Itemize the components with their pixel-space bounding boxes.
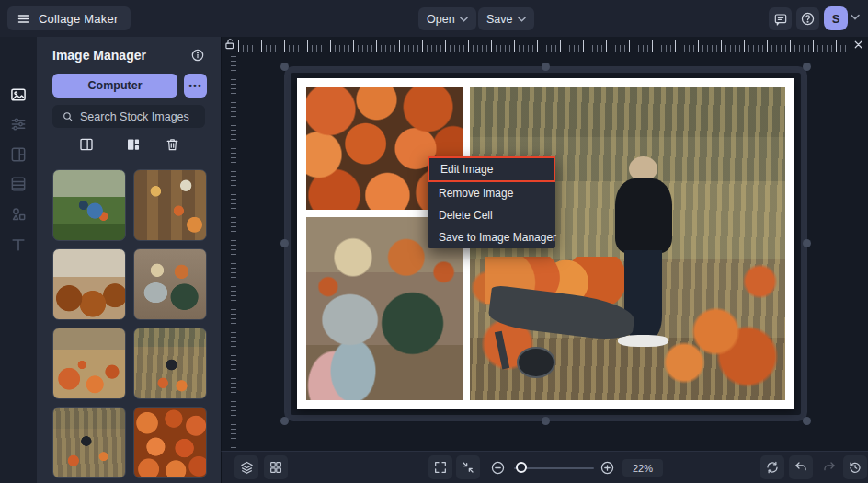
resize-handle-mid-right[interactable] <box>803 239 811 247</box>
thumbnail-pumpkins-crates[interactable] <box>133 169 207 241</box>
thumbnail-pumpkin-field[interactable] <box>52 328 126 399</box>
close-rulers-icon[interactable] <box>852 39 865 52</box>
thumbnail-grid <box>52 169 207 478</box>
resize-handle-top-left[interactable] <box>280 63 289 71</box>
app-menu[interactable]: Collage Maker <box>7 6 131 30</box>
resize-handle-mid-left[interactable] <box>280 239 289 247</box>
fullscreen-icon <box>433 460 448 475</box>
sidebar-item-layouts[interactable] <box>7 144 29 166</box>
open-button-label: Open <box>427 13 455 26</box>
history-button[interactable] <box>843 455 867 479</box>
ruler-lock-icon[interactable] <box>223 38 237 52</box>
zoom-level-value: 22% <box>633 463 653 474</box>
photo-wheelbarrow-wheel <box>517 347 554 378</box>
layers-icon <box>239 460 255 476</box>
context-menu: Edit Image Remove Image Delete Cell Save… <box>428 156 555 248</box>
masonry-view-layout-button[interactable] <box>125 136 142 153</box>
help-button[interactable] <box>796 7 819 30</box>
avatar-initial: S <box>832 12 840 26</box>
grid-icon <box>268 460 283 475</box>
refresh-icon <box>765 460 780 475</box>
undo-icon <box>794 460 808 475</box>
delete-images-button[interactable] <box>165 136 181 153</box>
chat-icon <box>773 12 788 27</box>
resize-handle-bottom-right[interactable] <box>803 417 811 425</box>
account-chevron-down-icon[interactable] <box>851 14 860 20</box>
thumbnail-tractor-cornfield[interactable] <box>52 169 126 241</box>
help-icon <box>800 11 816 27</box>
plus-circle-icon <box>600 460 615 476</box>
search-icon <box>62 110 74 122</box>
sliders-icon <box>9 115 28 133</box>
vertical-ruler[interactable] <box>223 52 236 451</box>
feedback-button[interactable] <box>769 7 792 30</box>
avatar[interactable]: S <box>824 6 848 30</box>
sidebar-item-templates[interactable] <box>7 173 29 195</box>
grid-view-button[interactable] <box>264 455 288 479</box>
history-icon <box>848 460 862 475</box>
undo-button[interactable] <box>789 455 813 479</box>
layers-button[interactable] <box>234 455 258 479</box>
thumbnail-caramel-apples[interactable] <box>52 248 126 320</box>
save-button-label: Save <box>486 13 513 26</box>
hamburger-icon[interactable] <box>17 12 30 26</box>
trash-icon <box>165 136 180 153</box>
more-sources-button[interactable]: ••• <box>184 74 207 98</box>
resize-handle-top-mid[interactable] <box>542 63 550 71</box>
shapes-icon <box>9 205 28 224</box>
left-icon-rail <box>0 37 37 483</box>
fit-to-screen-button[interactable] <box>456 455 480 479</box>
computer-source-label: Computer <box>87 79 142 92</box>
context-menu-item-save-to-image-manager[interactable]: Save to Image Manager <box>428 226 555 248</box>
context-menu-item-edit-image[interactable]: Edit Image <box>428 156 555 182</box>
zoom-in-button[interactable] <box>595 455 619 479</box>
grid-filled-icon <box>125 136 142 153</box>
resize-handle-bottom-mid[interactable] <box>542 417 550 425</box>
redo-button[interactable] <box>817 455 841 479</box>
chevron-down-icon <box>460 17 468 22</box>
thumbnail-pumpkin-pile[interactable] <box>133 407 207 478</box>
resize-handle-top-right[interactable] <box>803 63 811 71</box>
context-menu-item-remove-image[interactable]: Remove Image <box>428 182 555 204</box>
sidebar-item-edit[interactable] <box>7 113 29 135</box>
computer-source-button[interactable]: Computer <box>52 74 177 98</box>
context-menu-item-delete-cell[interactable]: Delete Cell <box>428 204 555 226</box>
photo-man-shoes <box>618 335 668 348</box>
zoom-out-button[interactable] <box>485 455 509 479</box>
resize-handle-bottom-left[interactable] <box>280 417 289 425</box>
chevron-down-icon <box>518 17 526 22</box>
photo-wheelbarrow-leg <box>495 331 510 370</box>
more-dots: ••• <box>188 80 202 91</box>
canvas-workspace: Edit Image Remove Image Delete Cell Save… <box>221 37 868 451</box>
redo-icon <box>822 460 837 475</box>
horizontal-ruler[interactable] <box>238 37 849 52</box>
single-view-layout-button[interactable] <box>78 136 95 153</box>
save-button[interactable]: Save <box>478 7 534 30</box>
collage-maker-app: Collage Maker Open Save S <box>0 0 868 483</box>
info-icon[interactable] <box>190 48 205 63</box>
top-bar: Collage Maker Open Save S <box>0 0 868 37</box>
fullscreen-button[interactable] <box>428 455 452 479</box>
zoom-slider-knob[interactable] <box>516 462 527 473</box>
sidebar-item-image-manager[interactable] <box>7 84 29 106</box>
reset-button[interactable] <box>760 455 784 479</box>
thumbnail-wheelbarrow-corn[interactable] <box>133 328 207 399</box>
photo-man-head <box>629 156 657 181</box>
thumbnail-person-picking[interactable] <box>52 407 126 478</box>
sidebar-item-graphics[interactable] <box>7 203 29 225</box>
thumbnail-children-pumpkin-patch[interactable] <box>133 248 207 320</box>
grid-outline-icon <box>78 136 95 153</box>
panel-title: Image Manager <box>52 48 146 63</box>
photo-man-shirt <box>615 178 672 254</box>
zoom-level-display[interactable]: 22% <box>622 459 663 477</box>
open-button[interactable]: Open <box>418 7 476 30</box>
minus-circle-icon <box>490 460 506 476</box>
image-icon <box>9 86 28 104</box>
image-manager-panel: Image Manager Computer ••• <box>37 37 221 483</box>
fit-screen-icon <box>461 460 475 475</box>
templates-icon <box>9 175 28 193</box>
search-input[interactable] <box>80 110 190 123</box>
text-icon <box>9 236 28 254</box>
stock-search[interactable] <box>52 105 205 128</box>
sidebar-item-text[interactable] <box>7 234 29 256</box>
